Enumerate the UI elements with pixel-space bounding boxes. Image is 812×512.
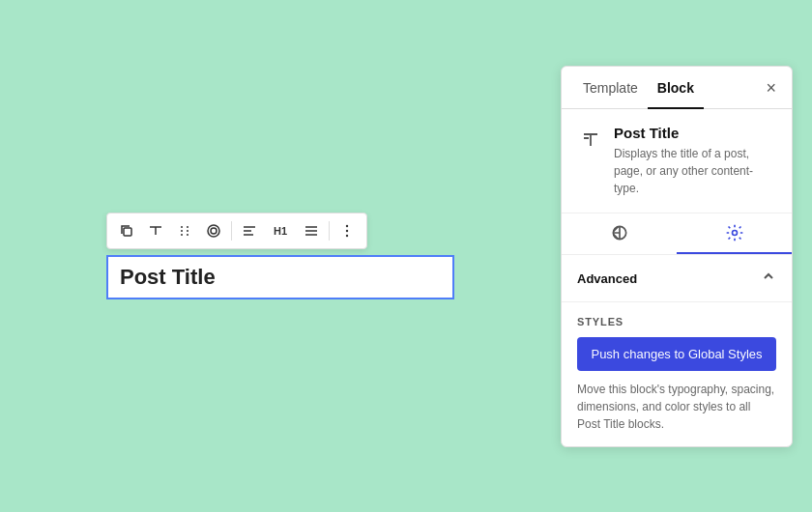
svg-point-13: [732, 231, 737, 236]
editor-area: H1 Post Title: [0, 0, 561, 512]
advanced-header[interactable]: Advanced: [562, 255, 792, 302]
svg-point-10: [346, 230, 348, 232]
drag-button[interactable]: [171, 217, 198, 244]
block-info-text: Post Title Displays the title of a post,…: [614, 125, 776, 197]
svg-point-4: [187, 226, 188, 228]
svg-point-11: [346, 235, 348, 237]
svg-point-1: [181, 226, 183, 228]
advanced-content: STYLES Push changes to Global Styles Mov…: [562, 302, 792, 446]
heading1-button[interactable]: H1: [265, 217, 296, 244]
styles-label: STYLES: [577, 316, 776, 327]
svg-point-9: [346, 225, 348, 227]
svg-point-5: [187, 230, 188, 232]
block-description: Displays the title of a post, page, or a…: [614, 145, 776, 197]
align-button[interactable]: [298, 217, 325, 244]
style-tab[interactable]: [562, 213, 677, 254]
block-wrapper: H1 Post Title: [106, 213, 454, 299]
tab-template[interactable]: Template: [573, 67, 648, 109]
block-info: Post Title Displays the title of a post,…: [562, 109, 792, 213]
icon-tabs: [562, 213, 792, 255]
advanced-section: Advanced STYLES Push changes to Global S…: [562, 255, 792, 446]
close-button[interactable]: ×: [762, 75, 780, 100]
more-options-button[interactable]: [334, 217, 361, 244]
block-toolbar: H1: [106, 213, 367, 249]
svg-rect-0: [124, 228, 131, 236]
sidebar-panel: Template Block × Post Title Displays the…: [561, 66, 793, 447]
toolbar-divider-1: [231, 221, 232, 241]
svg-point-7: [208, 225, 219, 237]
text-button[interactable]: [142, 217, 169, 244]
chevron-up-icon: [761, 269, 776, 288]
transform-button[interactable]: [200, 217, 227, 244]
copy-button[interactable]: [113, 217, 140, 244]
post-title-block[interactable]: Post Title: [106, 255, 454, 299]
svg-point-8: [211, 228, 217, 234]
push-description: Move this block's typography, spacing, d…: [577, 381, 776, 433]
svg-point-6: [187, 234, 188, 236]
block-title: Post Title: [614, 125, 776, 141]
settings-tab[interactable]: [677, 213, 792, 254]
block-type-icon: [577, 127, 604, 154]
align-left-button[interactable]: [236, 217, 263, 244]
svg-point-2: [181, 230, 183, 232]
panel-tabs: Template Block ×: [562, 67, 792, 109]
advanced-label: Advanced: [577, 271, 637, 286]
push-global-styles-button[interactable]: Push changes to Global Styles: [577, 337, 776, 371]
svg-point-3: [181, 234, 183, 236]
tab-block[interactable]: Block: [648, 67, 704, 109]
toolbar-divider-2: [329, 221, 330, 241]
